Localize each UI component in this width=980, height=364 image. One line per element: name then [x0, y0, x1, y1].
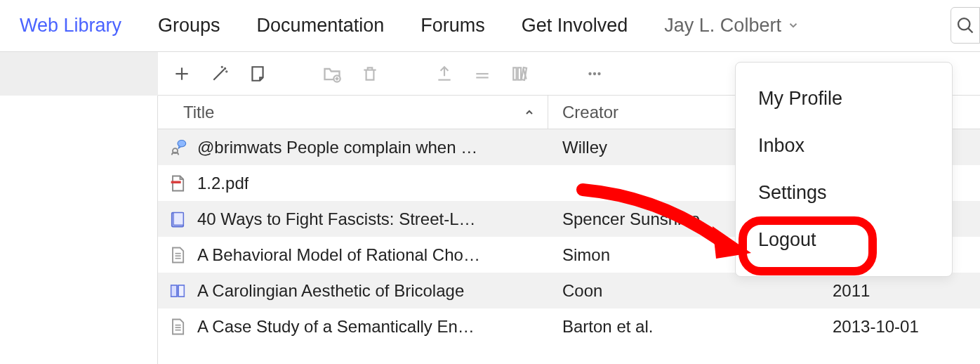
dropdown-settings[interactable]: Settings — [736, 169, 952, 216]
add-item-button[interactable] — [171, 63, 193, 85]
nav-get-involved[interactable]: Get Involved — [522, 15, 628, 37]
search-input[interactable] — [951, 7, 980, 44]
document-icon — [168, 245, 187, 265]
cite-icon — [473, 65, 491, 83]
more-icon — [585, 65, 604, 83]
export-icon — [435, 65, 453, 83]
document-icon — [168, 317, 187, 337]
user-menu[interactable]: Jay L. Colbert — [664, 15, 800, 37]
column-title-label: Title — [183, 103, 214, 122]
sidebar-wrap — [0, 52, 158, 364]
folder-plus-icon — [322, 64, 342, 84]
dropdown-inbox[interactable]: Inbox — [736, 122, 952, 169]
bibliography-button[interactable] — [509, 63, 531, 85]
user-dropdown: My Profile Inbox Settings Logout — [735, 62, 953, 277]
trash-button[interactable] — [359, 63, 381, 85]
dropdown-logout[interactable]: Logout — [736, 216, 952, 264]
wand-button[interactable] — [208, 63, 231, 85]
svg-point-7 — [222, 66, 223, 67]
item-creator: Barton et al. — [548, 317, 819, 337]
svg-point-24 — [178, 140, 186, 146]
table-row[interactable]: A Carolingian Aesthetic of Bricolage Coo… — [158, 273, 980, 308]
column-creator-label: Creator — [562, 103, 618, 122]
pdf-icon — [168, 174, 187, 193]
item-title: @brimwats People complain when … — [197, 138, 477, 157]
item-title: 40 Ways to Fight Fascists: Street-L… — [197, 209, 476, 229]
table-row[interactable]: A Case Study of a Semantically En… Barto… — [158, 308, 980, 344]
svg-rect-15 — [513, 67, 516, 79]
more-button[interactable] — [583, 63, 606, 85]
svg-point-6 — [226, 71, 227, 72]
svg-point-5 — [225, 67, 225, 68]
book-icon — [168, 209, 187, 229]
sidebar[interactable] — [0, 52, 158, 96]
item-creator: Coon — [548, 281, 819, 301]
book-section-icon — [168, 281, 187, 301]
nav-groups[interactable]: Groups — [158, 15, 220, 37]
svg-point-0 — [958, 18, 969, 30]
note-icon — [249, 65, 267, 83]
svg-point-22 — [597, 72, 600, 74]
trash-icon — [361, 65, 379, 83]
svg-rect-25 — [171, 181, 181, 183]
nav-forums[interactable]: Forums — [421, 15, 485, 37]
sort-asc-icon — [524, 107, 535, 118]
item-title: A Case Study of a Semantically En… — [197, 317, 475, 337]
books-icon — [510, 65, 530, 83]
cite-button[interactable] — [471, 63, 494, 85]
svg-point-21 — [593, 72, 596, 74]
wand-icon — [211, 65, 229, 83]
svg-line-1 — [968, 28, 972, 32]
search-icon — [955, 15, 975, 35]
dropdown-my-profile[interactable]: My Profile — [736, 75, 952, 122]
user-name: Jay L. Colbert — [664, 15, 781, 37]
item-title: A Carolingian Aesthetic of Bricolage — [197, 281, 464, 301]
svg-line-4 — [213, 69, 224, 79]
column-header-title[interactable]: Title — [158, 96, 548, 129]
svg-rect-16 — [518, 67, 521, 79]
svg-point-20 — [588, 72, 591, 74]
item-date: 2013-10-01 — [819, 317, 980, 337]
forum-post-icon — [168, 138, 187, 157]
export-button[interactable] — [433, 63, 456, 85]
item-title: A Behavioral Model of Rational Cho… — [197, 245, 480, 265]
plus-icon — [173, 65, 191, 83]
chevron-down-icon — [787, 19, 800, 32]
item-date: 2011 — [819, 281, 980, 301]
svg-rect-27 — [173, 212, 183, 225]
top-nav: Web Library Groups Documentation Forums … — [0, 0, 980, 51]
nav-web-library[interactable]: Web Library — [20, 15, 121, 37]
nav-documentation[interactable]: Documentation — [257, 15, 385, 37]
item-title: 1.2.pdf — [197, 174, 249, 193]
add-to-collection-button[interactable] — [321, 63, 343, 85]
note-button[interactable] — [246, 63, 269, 85]
